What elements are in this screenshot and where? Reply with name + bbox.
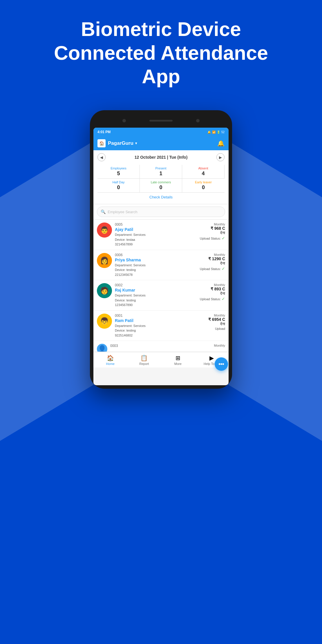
avatar: 👦: [97, 314, 112, 329]
employee-info: 0003: [110, 344, 196, 348]
app-name-label: PagarGuru: [108, 140, 133, 146]
employee-phone: 3214567899: [115, 242, 196, 247]
phone-speaker: [149, 120, 173, 122]
upload-checkmark: ✓: [222, 296, 225, 301]
employee-id: 0003: [110, 344, 196, 348]
avatar: 👩: [97, 253, 112, 268]
search-field[interactable]: 🔍 Employee Search: [97, 207, 225, 217]
date-navigation: ◀ 12 October 2021 | Tue (Info) ▶ Employe…: [93, 150, 229, 204]
status-icons: 🔔 📶 🔋 52: [207, 131, 225, 134]
more-label: More: [174, 362, 182, 366]
search-placeholder: Employee Search: [108, 210, 138, 214]
battery-text: 52: [221, 131, 225, 134]
list-item[interactable]: 👦 0001 Ram Patil Department: Services De…: [93, 311, 229, 341]
salary-value: ₹ 6954 C: [199, 317, 225, 322]
home-icon: 🏠: [107, 354, 114, 361]
employee-department: Department: Services: [115, 232, 196, 237]
next-date-button[interactable]: ▶: [216, 153, 225, 161]
employee-salary-info: Monthly ₹ 968 C देना Upload Status: ✓: [199, 222, 225, 240]
search-wrapper: 🔍 Employee Search: [97, 207, 225, 217]
stat-halfday: Half Day 0: [97, 179, 140, 193]
upload-status: Upload: [199, 327, 225, 330]
nav-home[interactable]: 🏠 Home: [93, 352, 127, 368]
salary-value: ₹ 893 C: [199, 287, 225, 291]
employee-department: Department: Services: [115, 293, 196, 298]
absent-label: Absent: [184, 167, 222, 170]
avatar: 🧑: [97, 283, 112, 298]
nav-more[interactable]: ⊞ More: [161, 352, 195, 368]
svg-point-0: [220, 363, 222, 365]
employee-info: 0006 Priya Sharma Department: Services D…: [115, 253, 196, 277]
salary-label: Monthly: [199, 283, 225, 287]
salary-label: Monthly: [199, 253, 225, 256]
employee-id: 0001: [115, 314, 196, 318]
early-value: 0: [184, 184, 222, 191]
svg-point-1: [219, 363, 220, 365]
employee-device: Device: testing: [115, 328, 196, 333]
attendance-stats: Employees 5 Present 1 Absent 4 Half Day …: [97, 165, 225, 193]
halfday-value: 0: [100, 184, 137, 191]
headline: Biometric Device Connected Attendance Ap…: [0, 17, 322, 88]
stat-present: Present 1: [140, 165, 182, 179]
upload-status: Upload Status: ✓: [199, 266, 225, 271]
employee-info: 0005 Ajay Patil Department: Services Dev…: [115, 222, 196, 247]
prev-date-button[interactable]: ◀: [97, 153, 106, 161]
employee-phone: 1234567890: [115, 303, 196, 307]
check-details-button[interactable]: Check Details: [97, 193, 225, 202]
svg-point-2: [222, 363, 224, 365]
upload-status: Upload Status: ✓: [199, 236, 225, 240]
phone-mockup: 4:01 PM 🔔 📶 🔋 52 🏠 PagarGuru ▾ 🔔: [90, 110, 232, 618]
dropdown-icon[interactable]: ▾: [135, 141, 137, 145]
employee-name: Ram Patil: [115, 318, 196, 323]
employee-id: 0005: [115, 222, 196, 227]
signal-icon: 📶: [212, 131, 216, 134]
report-label: Report: [139, 362, 149, 366]
report-icon: 📋: [140, 354, 148, 361]
salary-value: ₹ 968 C: [199, 226, 225, 231]
salary-label: Monthly: [199, 344, 225, 347]
more-icon: ⊞: [176, 354, 180, 361]
absent-value: 4: [184, 171, 222, 177]
bottom-navigation: 🏠 Home 📋 Report ⊞ More ▶ Help To Me: [93, 352, 229, 368]
employee-list: 👨 0005 Ajay Patil Department: Services D…: [93, 220, 229, 352]
status-bar: 4:01 PM 🔔 📶 🔋 52: [93, 128, 229, 136]
notification-bell-icon[interactable]: 🔔: [217, 140, 225, 147]
employees-value: 5: [100, 171, 137, 177]
list-item[interactable]: 👩 0006 Priya Sharma Department: Services…: [93, 250, 229, 281]
notification-icon: 🔔: [207, 131, 211, 134]
app-title-row: PagarGuru ▾: [108, 140, 137, 146]
phone-body: 4:01 PM 🔔 📶 🔋 52 🏠 PagarGuru ▾ 🔔: [90, 110, 232, 389]
nav-report[interactable]: 📋 Report: [127, 352, 161, 368]
salary-label: Monthly: [199, 222, 225, 226]
employee-phone: 9225146802: [115, 333, 196, 338]
employee-name: Priya Sharma: [115, 258, 196, 262]
status-time: 4:01 PM: [97, 130, 111, 134]
stat-employees: Employees 5: [97, 165, 140, 179]
employee-salary-info: Monthly ₹ 893 C देना Upload Status: ✓: [199, 283, 225, 301]
upload-checkmark: ✓: [222, 236, 225, 240]
employee-phone: 2212345678: [115, 272, 196, 277]
phone-front-sensor: [122, 119, 126, 122]
list-item[interactable]: 👨 0005 Ajay Patil Department: Services D…: [93, 220, 229, 250]
late-label: Late commers: [142, 180, 180, 184]
phone-screen: 4:01 PM 🔔 📶 🔋 52 🏠 PagarGuru ▾ 🔔: [93, 128, 229, 385]
halfday-label: Half Day: [100, 180, 137, 184]
search-icon: 🔍: [101, 209, 106, 214]
employee-info: 0002 Raj Kumar Department: Services Devi…: [115, 283, 196, 307]
list-item[interactable]: 🧑 0002 Raj Kumar Department: Services De…: [93, 280, 229, 311]
fab-button[interactable]: [215, 357, 228, 371]
list-item[interactable]: 👤 0003 Monthly: [93, 341, 229, 352]
employees-label: Employees: [100, 167, 137, 170]
salary-dena: देना: [199, 261, 225, 266]
salary-dena: देना: [199, 322, 225, 326]
phone-front-camera: [196, 119, 200, 122]
wifi-icon: 🔋: [217, 131, 220, 134]
employee-department: Department: Services: [115, 323, 196, 328]
employee-name: Raj Kumar: [115, 288, 196, 292]
employee-info: 0001 Ram Patil Department: Services Devi…: [115, 314, 196, 338]
stat-late: Late commers 0: [140, 179, 182, 193]
salary-dena: देना: [199, 291, 225, 296]
employee-device: Device: testing: [115, 267, 196, 272]
employee-device: Device: testing: [115, 298, 196, 303]
app-header: 🏠 PagarGuru ▾ 🔔: [93, 136, 229, 150]
